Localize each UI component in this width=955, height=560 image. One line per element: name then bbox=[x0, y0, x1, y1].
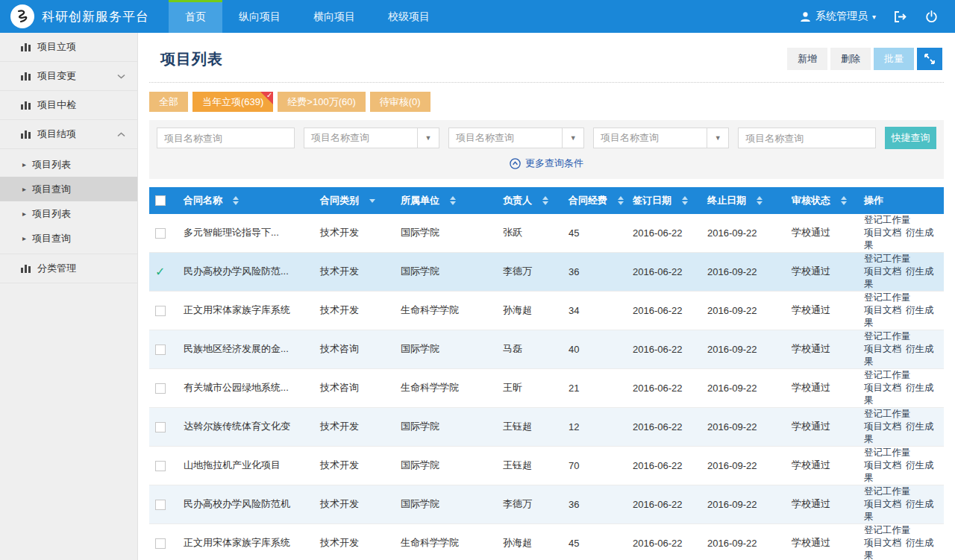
register-workload-link[interactable]: 登记工作量 bbox=[864, 525, 911, 535]
contract-type-cell: 技术开发 bbox=[314, 407, 395, 446]
col-sign-date[interactable]: 签订日期 bbox=[627, 187, 701, 214]
project-docs-link[interactable]: 项目文档 bbox=[864, 460, 901, 471]
row-checkbox[interactable] bbox=[155, 538, 166, 549]
expand-button[interactable] bbox=[917, 48, 942, 70]
table-row[interactable]: ✓ 民办高校办学风险防范... 技术开发 国际学院 李德万 36 2016-06… bbox=[149, 252, 944, 291]
row-checkbox[interactable] bbox=[155, 345, 166, 355]
page-title: 项目列表 bbox=[160, 49, 223, 69]
projects-table: 合同名称 合同类别 所属单位 负责人 合同经费 签订日期 终止日期 审核状态 操… bbox=[149, 187, 944, 560]
review-status-cell: 学校通过 bbox=[786, 291, 858, 330]
table-row[interactable]: 正文用宋体家族字库系统 技术开发 生命科学学院 孙海超 34 2016-06-2… bbox=[149, 291, 944, 330]
table-row[interactable]: 正文用宋体家族字库系统 技术开发 生命科学学院 孙海超 45 2016-06-2… bbox=[149, 523, 944, 560]
project-docs-link[interactable]: 项目文档 bbox=[864, 266, 901, 277]
filter-tab-all[interactable]: 全部 bbox=[149, 92, 188, 112]
nav-home[interactable]: 首页 bbox=[169, 0, 222, 33]
add-button[interactable]: 新增 bbox=[787, 48, 827, 70]
row-checkbox[interactable] bbox=[155, 422, 166, 432]
row-checkbox[interactable] bbox=[155, 228, 166, 239]
filter-tab-current-year[interactable]: 当年立项(639) ✓ bbox=[192, 92, 273, 112]
col-review-status[interactable]: 审核状态 bbox=[786, 187, 858, 214]
project-docs-link[interactable]: 项目文档 bbox=[864, 227, 901, 238]
filter-tab-funds-over-1m[interactable]: 经费>100万(60) bbox=[278, 92, 365, 112]
project-docs-link[interactable]: 项目文档 bbox=[864, 305, 901, 315]
more-conditions-link[interactable]: 更多查询条件 bbox=[510, 157, 583, 170]
sidebar-subitem-project-list[interactable]: ▸ 项目列表 bbox=[0, 152, 137, 177]
row-checkbox[interactable] bbox=[155, 461, 166, 471]
chevron-down-icon: ▼ bbox=[417, 128, 439, 148]
sidebar-item-project-midcheck[interactable]: 项目中检 bbox=[0, 91, 137, 120]
col-contract-name[interactable]: 合同名称 bbox=[178, 187, 314, 214]
register-workload-link[interactable]: 登记工作量 bbox=[864, 486, 911, 497]
search-select-1[interactable]: 项目名称查询 ▼ bbox=[304, 128, 439, 148]
row-select-cell[interactable] bbox=[149, 485, 178, 523]
col-leader[interactable]: 负责人 bbox=[497, 187, 563, 214]
row-select-cell[interactable] bbox=[149, 368, 178, 407]
leader-cell: 马磊 bbox=[497, 330, 563, 368]
project-docs-link[interactable]: 项目文档 bbox=[864, 538, 901, 548]
col-contract-type[interactable]: 合同类别 bbox=[314, 187, 395, 214]
row-select-cell[interactable] bbox=[149, 523, 178, 560]
project-docs-link[interactable]: 项目文档 bbox=[864, 421, 901, 432]
delete-button[interactable]: 删除 bbox=[830, 48, 871, 70]
register-workload-link[interactable]: 登记工作量 bbox=[864, 331, 911, 342]
power-icon[interactable] bbox=[924, 9, 939, 24]
table-row[interactable]: 民办高校办学风险防范机 技术开发 国际学院 李德万 36 2016-06-22 … bbox=[149, 485, 944, 523]
leader-cell: 王昕 bbox=[497, 368, 563, 407]
contract-name-cell: 多元智能理论指导下... bbox=[178, 214, 314, 253]
nav-horizontal-projects[interactable]: 横向项目 bbox=[297, 0, 372, 33]
row-select-cell[interactable] bbox=[149, 291, 178, 330]
user-menu[interactable]: 系统管理员 ▾ bbox=[800, 10, 876, 23]
row-select-cell[interactable] bbox=[149, 446, 178, 485]
select-all-checkbox[interactable] bbox=[149, 187, 178, 214]
sidebar-item-project-initiation[interactable]: 项目立项 bbox=[0, 33, 137, 62]
circle-arrow-up-icon bbox=[510, 158, 521, 169]
sidebar-item-category-management[interactable]: 分类管理 bbox=[0, 254, 137, 283]
table-row[interactable]: 多元智能理论指导下... 技术开发 国际学院 张跃 45 2016-06-22 … bbox=[149, 214, 944, 253]
register-workload-link[interactable]: 登记工作量 bbox=[864, 409, 911, 419]
register-workload-link[interactable]: 登记工作量 bbox=[864, 292, 911, 303]
search-select-3[interactable]: 项目名称查询 ▼ bbox=[593, 128, 729, 148]
actions-cell: 登记工作量项目文档衍生成果 bbox=[858, 368, 944, 407]
row-select-cell[interactable]: ✓ bbox=[149, 252, 178, 291]
quick-search-button[interactable]: 快捷查询 bbox=[885, 127, 936, 149]
register-workload-link[interactable]: 登记工作量 bbox=[864, 254, 911, 264]
logout-icon[interactable] bbox=[892, 9, 907, 24]
contract-type-cell: 技术开发 bbox=[314, 485, 395, 523]
sidebar-item-project-closing[interactable]: 项目结项 bbox=[0, 120, 137, 149]
row-selected-check-icon[interactable]: ✓ bbox=[155, 265, 165, 278]
sort-icon bbox=[542, 196, 548, 205]
filter-tab-pending-review[interactable]: 待审核(0) bbox=[370, 92, 430, 112]
register-workload-link[interactable]: 登记工作量 bbox=[864, 215, 911, 225]
table-row[interactable]: 有关城市公园绿地系统... 技术咨询 生命科学学院 王昕 21 2016-06-… bbox=[149, 368, 944, 407]
sidebar-subitem-project-query[interactable]: ▸ 项目查询 bbox=[0, 177, 137, 201]
row-select-cell[interactable] bbox=[149, 407, 178, 446]
col-fund[interactable]: 合同经费 bbox=[563, 187, 627, 214]
review-status-cell: 学校通过 bbox=[786, 330, 858, 368]
table-row[interactable]: 达斡尔族传统体育文化变 技术开发 国际学院 王钰超 12 2016-06-22 … bbox=[149, 407, 944, 446]
row-checkbox[interactable] bbox=[155, 306, 166, 316]
row-checkbox[interactable] bbox=[155, 500, 166, 510]
unit-cell: 生命科学学院 bbox=[395, 523, 497, 560]
register-workload-link[interactable]: 登记工作量 bbox=[864, 370, 911, 380]
register-workload-link[interactable]: 登记工作量 bbox=[864, 447, 911, 458]
sidebar-item-project-change[interactable]: 项目变更 bbox=[0, 62, 137, 91]
col-unit[interactable]: 所属单位 bbox=[395, 187, 497, 214]
nav-vertical-projects[interactable]: 纵向项目 bbox=[222, 0, 297, 33]
search-input-2[interactable] bbox=[738, 128, 876, 148]
batch-button[interactable]: 批量 bbox=[874, 48, 914, 70]
col-end-date[interactable]: 终止日期 bbox=[701, 187, 786, 214]
row-checkbox[interactable] bbox=[155, 383, 166, 394]
row-select-cell[interactable] bbox=[149, 214, 178, 253]
table-row[interactable]: 山地拖拉机产业化项目 技术开发 国际学院 王钰超 70 2016-06-22 2… bbox=[149, 446, 944, 485]
review-status-cell: 学校通过 bbox=[786, 407, 858, 446]
project-docs-link[interactable]: 项目文档 bbox=[864, 383, 901, 393]
table-row[interactable]: 民族地区经济发展的金... 技术咨询 国际学院 马磊 40 2016-06-22… bbox=[149, 330, 944, 368]
sidebar-subitem-project-list-2[interactable]: ▸ 项目列表 bbox=[0, 201, 137, 226]
search-select-2[interactable]: 项目名称查询 ▼ bbox=[448, 128, 584, 148]
search-input-1[interactable] bbox=[157, 128, 295, 148]
nav-school-projects[interactable]: 校级项目 bbox=[372, 0, 446, 33]
project-docs-link[interactable]: 项目文档 bbox=[864, 499, 901, 509]
row-select-cell[interactable] bbox=[149, 330, 178, 368]
sidebar-subitem-project-query-2[interactable]: ▸ 项目查询 bbox=[0, 226, 137, 251]
project-docs-link[interactable]: 项目文档 bbox=[864, 344, 901, 354]
